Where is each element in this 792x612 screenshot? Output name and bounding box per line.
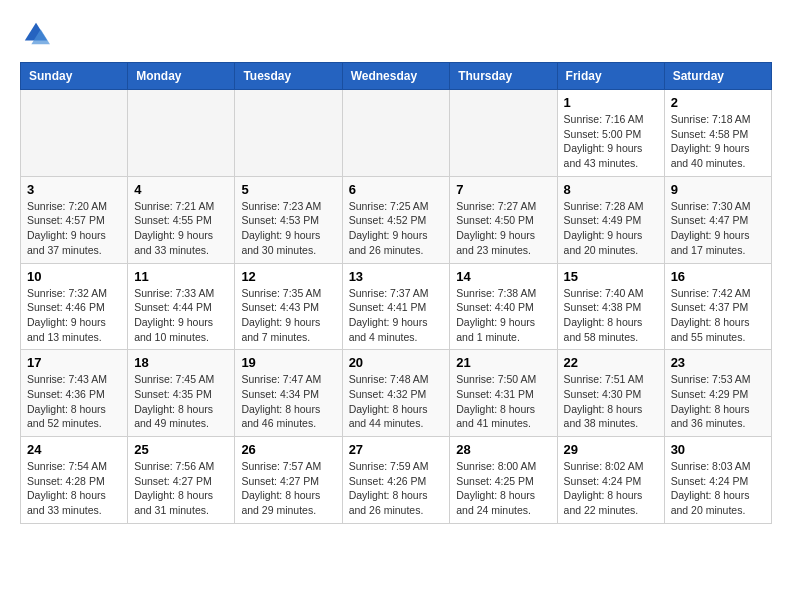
- calendar-cell: 29Sunrise: 8:02 AMSunset: 4:24 PMDayligh…: [557, 437, 664, 524]
- day-number: 12: [241, 269, 335, 284]
- day-info: Sunrise: 7:33 AMSunset: 4:44 PMDaylight:…: [134, 286, 228, 345]
- day-info: Sunrise: 7:59 AMSunset: 4:26 PMDaylight:…: [349, 459, 444, 518]
- day-info: Sunrise: 7:23 AMSunset: 4:53 PMDaylight:…: [241, 199, 335, 258]
- column-header-monday: Monday: [128, 63, 235, 90]
- day-info: Sunrise: 7:57 AMSunset: 4:27 PMDaylight:…: [241, 459, 335, 518]
- calendar-cell: 5Sunrise: 7:23 AMSunset: 4:53 PMDaylight…: [235, 176, 342, 263]
- day-number: 6: [349, 182, 444, 197]
- day-number: 26: [241, 442, 335, 457]
- day-info: Sunrise: 7:37 AMSunset: 4:41 PMDaylight:…: [349, 286, 444, 345]
- day-info: Sunrise: 7:43 AMSunset: 4:36 PMDaylight:…: [27, 372, 121, 431]
- day-number: 17: [27, 355, 121, 370]
- calendar-cell: 21Sunrise: 7:50 AMSunset: 4:31 PMDayligh…: [450, 350, 557, 437]
- day-number: 10: [27, 269, 121, 284]
- day-info: Sunrise: 7:32 AMSunset: 4:46 PMDaylight:…: [27, 286, 121, 345]
- calendar-cell: 2Sunrise: 7:18 AMSunset: 4:58 PMDaylight…: [664, 90, 771, 177]
- calendar-cell: 9Sunrise: 7:30 AMSunset: 4:47 PMDaylight…: [664, 176, 771, 263]
- day-info: Sunrise: 7:54 AMSunset: 4:28 PMDaylight:…: [27, 459, 121, 518]
- day-info: Sunrise: 7:50 AMSunset: 4:31 PMDaylight:…: [456, 372, 550, 431]
- calendar-cell: 22Sunrise: 7:51 AMSunset: 4:30 PMDayligh…: [557, 350, 664, 437]
- calendar-cell: 3Sunrise: 7:20 AMSunset: 4:57 PMDaylight…: [21, 176, 128, 263]
- day-number: 25: [134, 442, 228, 457]
- calendar-week-row: 10Sunrise: 7:32 AMSunset: 4:46 PMDayligh…: [21, 263, 772, 350]
- calendar-cell: [235, 90, 342, 177]
- day-number: 21: [456, 355, 550, 370]
- day-number: 5: [241, 182, 335, 197]
- day-number: 30: [671, 442, 765, 457]
- calendar-cell: 6Sunrise: 7:25 AMSunset: 4:52 PMDaylight…: [342, 176, 450, 263]
- day-info: Sunrise: 8:00 AMSunset: 4:25 PMDaylight:…: [456, 459, 550, 518]
- day-info: Sunrise: 7:47 AMSunset: 4:34 PMDaylight:…: [241, 372, 335, 431]
- day-info: Sunrise: 7:27 AMSunset: 4:50 PMDaylight:…: [456, 199, 550, 258]
- day-number: 13: [349, 269, 444, 284]
- calendar-table: SundayMondayTuesdayWednesdayThursdayFrid…: [20, 62, 772, 524]
- day-info: Sunrise: 7:48 AMSunset: 4:32 PMDaylight:…: [349, 372, 444, 431]
- day-number: 9: [671, 182, 765, 197]
- calendar-cell: 18Sunrise: 7:45 AMSunset: 4:35 PMDayligh…: [128, 350, 235, 437]
- day-number: 15: [564, 269, 658, 284]
- day-info: Sunrise: 7:18 AMSunset: 4:58 PMDaylight:…: [671, 112, 765, 171]
- calendar-cell: [21, 90, 128, 177]
- calendar-cell: [128, 90, 235, 177]
- calendar-cell: 25Sunrise: 7:56 AMSunset: 4:27 PMDayligh…: [128, 437, 235, 524]
- logo: [20, 20, 54, 52]
- day-info: Sunrise: 7:56 AMSunset: 4:27 PMDaylight:…: [134, 459, 228, 518]
- logo-icon: [22, 20, 50, 48]
- day-info: Sunrise: 7:21 AMSunset: 4:55 PMDaylight:…: [134, 199, 228, 258]
- day-info: Sunrise: 7:28 AMSunset: 4:49 PMDaylight:…: [564, 199, 658, 258]
- day-info: Sunrise: 7:25 AMSunset: 4:52 PMDaylight:…: [349, 199, 444, 258]
- day-number: 22: [564, 355, 658, 370]
- day-number: 11: [134, 269, 228, 284]
- calendar-cell: 30Sunrise: 8:03 AMSunset: 4:24 PMDayligh…: [664, 437, 771, 524]
- day-number: 28: [456, 442, 550, 457]
- calendar-cell: 12Sunrise: 7:35 AMSunset: 4:43 PMDayligh…: [235, 263, 342, 350]
- calendar-cell: [342, 90, 450, 177]
- calendar-cell: 8Sunrise: 7:28 AMSunset: 4:49 PMDaylight…: [557, 176, 664, 263]
- calendar-cell: 1Sunrise: 7:16 AMSunset: 5:00 PMDaylight…: [557, 90, 664, 177]
- day-number: 7: [456, 182, 550, 197]
- calendar-cell: 4Sunrise: 7:21 AMSunset: 4:55 PMDaylight…: [128, 176, 235, 263]
- calendar-cell: 23Sunrise: 7:53 AMSunset: 4:29 PMDayligh…: [664, 350, 771, 437]
- calendar-cell: 19Sunrise: 7:47 AMSunset: 4:34 PMDayligh…: [235, 350, 342, 437]
- calendar-header-row: SundayMondayTuesdayWednesdayThursdayFrid…: [21, 63, 772, 90]
- calendar-cell: 15Sunrise: 7:40 AMSunset: 4:38 PMDayligh…: [557, 263, 664, 350]
- day-number: 29: [564, 442, 658, 457]
- day-number: 18: [134, 355, 228, 370]
- day-number: 3: [27, 182, 121, 197]
- calendar-cell: 26Sunrise: 7:57 AMSunset: 4:27 PMDayligh…: [235, 437, 342, 524]
- calendar-week-row: 3Sunrise: 7:20 AMSunset: 4:57 PMDaylight…: [21, 176, 772, 263]
- calendar-cell: 13Sunrise: 7:37 AMSunset: 4:41 PMDayligh…: [342, 263, 450, 350]
- calendar-cell: 14Sunrise: 7:38 AMSunset: 4:40 PMDayligh…: [450, 263, 557, 350]
- day-number: 14: [456, 269, 550, 284]
- calendar-week-row: 1Sunrise: 7:16 AMSunset: 5:00 PMDaylight…: [21, 90, 772, 177]
- calendar-week-row: 17Sunrise: 7:43 AMSunset: 4:36 PMDayligh…: [21, 350, 772, 437]
- day-number: 1: [564, 95, 658, 110]
- day-number: 8: [564, 182, 658, 197]
- day-number: 20: [349, 355, 444, 370]
- day-info: Sunrise: 7:38 AMSunset: 4:40 PMDaylight:…: [456, 286, 550, 345]
- day-info: Sunrise: 7:51 AMSunset: 4:30 PMDaylight:…: [564, 372, 658, 431]
- day-number: 23: [671, 355, 765, 370]
- column-header-wednesday: Wednesday: [342, 63, 450, 90]
- calendar-week-row: 24Sunrise: 7:54 AMSunset: 4:28 PMDayligh…: [21, 437, 772, 524]
- calendar-cell: [450, 90, 557, 177]
- column-header-sunday: Sunday: [21, 63, 128, 90]
- day-number: 4: [134, 182, 228, 197]
- day-number: 24: [27, 442, 121, 457]
- calendar-cell: 17Sunrise: 7:43 AMSunset: 4:36 PMDayligh…: [21, 350, 128, 437]
- day-info: Sunrise: 8:03 AMSunset: 4:24 PMDaylight:…: [671, 459, 765, 518]
- column-header-saturday: Saturday: [664, 63, 771, 90]
- column-header-thursday: Thursday: [450, 63, 557, 90]
- day-number: 19: [241, 355, 335, 370]
- column-header-friday: Friday: [557, 63, 664, 90]
- calendar-cell: 10Sunrise: 7:32 AMSunset: 4:46 PMDayligh…: [21, 263, 128, 350]
- day-info: Sunrise: 7:40 AMSunset: 4:38 PMDaylight:…: [564, 286, 658, 345]
- day-number: 2: [671, 95, 765, 110]
- column-header-tuesday: Tuesday: [235, 63, 342, 90]
- page-header: [20, 20, 772, 52]
- calendar-cell: 28Sunrise: 8:00 AMSunset: 4:25 PMDayligh…: [450, 437, 557, 524]
- calendar-cell: 20Sunrise: 7:48 AMSunset: 4:32 PMDayligh…: [342, 350, 450, 437]
- day-info: Sunrise: 7:53 AMSunset: 4:29 PMDaylight:…: [671, 372, 765, 431]
- day-info: Sunrise: 7:16 AMSunset: 5:00 PMDaylight:…: [564, 112, 658, 171]
- calendar-cell: 24Sunrise: 7:54 AMSunset: 4:28 PMDayligh…: [21, 437, 128, 524]
